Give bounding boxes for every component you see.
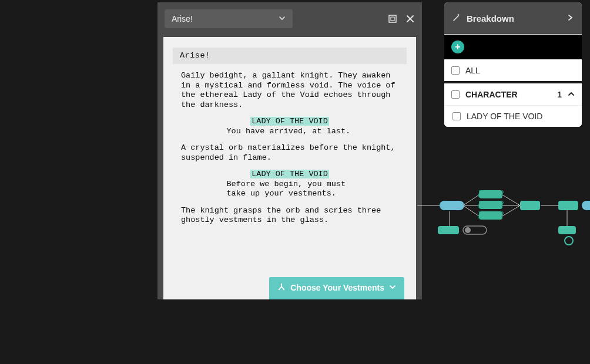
editor-header: Arise! <box>157 2 422 35</box>
breakdown-item-row[interactable]: LADY OF THE VOID <box>444 105 582 127</box>
svg-rect-21 <box>558 201 578 210</box>
breakdown-panel: Breakdown + ALL CHARACTER 1 LADY OF THE … <box>444 2 582 127</box>
action-block: The knight grasps the orb and scries thr… <box>181 206 398 225</box>
wand-icon <box>452 14 461 23</box>
character-cue: LADY OF THE VOID <box>224 170 355 179</box>
svg-rect-20 <box>520 201 540 210</box>
scene-selector[interactable]: Arise! <box>165 9 293 28</box>
checkbox[interactable] <box>451 90 460 99</box>
chevron-up-icon <box>568 90 575 99</box>
svg-rect-16 <box>440 201 464 210</box>
script-title: Arise! <box>173 48 407 64</box>
scene-selector-label: Arise! <box>172 14 193 23</box>
chevron-down-icon <box>279 14 286 23</box>
svg-rect-0 <box>389 15 396 22</box>
dialogue-block: Before we begin, you must take up your v… <box>214 180 366 199</box>
breakdown-all-label: ALL <box>465 66 480 75</box>
chevron-down-icon <box>389 283 396 293</box>
script-editor-panel: Arise! Arise! Gaily bedight, a gallant k… <box>157 2 422 299</box>
checkbox[interactable] <box>452 112 461 120</box>
svg-line-8 <box>463 205 479 216</box>
svg-rect-22 <box>582 201 590 210</box>
action-block: Gaily bedight, a gallant knight. They aw… <box>181 71 398 110</box>
breakdown-item-label: LADY OF THE VOID <box>467 112 542 121</box>
character-cue: LADY OF THE VOID <box>224 117 355 126</box>
node-graph[interactable] <box>417 188 590 258</box>
breakdown-category-row[interactable]: CHARACTER 1 <box>444 83 582 105</box>
svg-line-6 <box>463 195 479 205</box>
svg-rect-19 <box>479 211 502 220</box>
frame-icon[interactable] <box>388 14 397 23</box>
svg-line-11 <box>502 205 520 216</box>
svg-point-4 <box>283 289 284 290</box>
svg-line-9 <box>502 195 520 205</box>
breakdown-title: Breakdown <box>467 14 514 23</box>
script-body: Gaily bedight, a gallant knight. They aw… <box>173 64 407 225</box>
svg-rect-17 <box>479 190 502 198</box>
choose-vestments-label: Choose Your Vestments <box>290 283 384 293</box>
svg-rect-1 <box>391 17 394 21</box>
svg-rect-25 <box>438 226 459 234</box>
svg-point-24 <box>565 237 573 245</box>
action-block: A crystal orb materializes before the kn… <box>181 143 398 163</box>
svg-rect-18 <box>479 201 502 209</box>
breakdown-header[interactable]: Breakdown <box>444 2 582 34</box>
svg-rect-23 <box>558 226 576 234</box>
breakdown-add-row: + <box>444 34 582 59</box>
dialogue-block: You have arrived, at last. <box>214 127 366 136</box>
chevron-right-icon <box>566 14 574 23</box>
svg-point-3 <box>279 289 280 290</box>
svg-point-2 <box>281 284 282 285</box>
close-icon[interactable] <box>405 14 415 23</box>
breakdown-all-row[interactable]: ALL <box>444 59 582 81</box>
character-highlight: LADY OF THE VOID <box>250 170 329 178</box>
editor-header-actions <box>388 14 415 23</box>
checkbox[interactable] <box>451 66 460 75</box>
script-page[interactable]: Arise! Gaily bedight, a gallant knight. … <box>163 37 416 299</box>
breakdown-category-label: CHARACTER <box>465 90 518 99</box>
svg-point-27 <box>465 227 471 233</box>
add-button[interactable]: + <box>451 41 464 53</box>
breakdown-category-count: 1 <box>557 90 562 99</box>
choose-vestments-button[interactable]: Choose Your Vestments <box>269 277 404 299</box>
branch-icon <box>277 283 286 294</box>
character-highlight: LADY OF THE VOID <box>250 117 329 126</box>
